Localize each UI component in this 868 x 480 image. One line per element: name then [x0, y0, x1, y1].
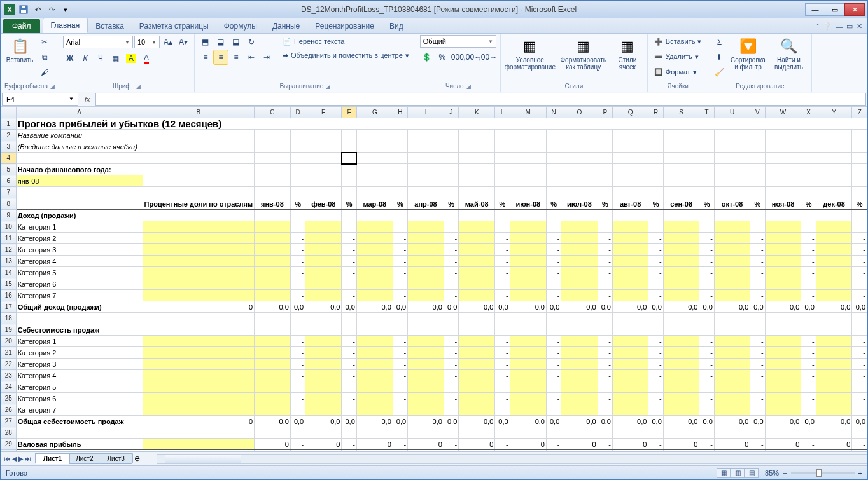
formula-input[interactable] — [95, 93, 866, 106]
increase-decimal-icon[interactable]: ,00← — [466, 50, 480, 64]
excel-icon[interactable]: X — [3, 3, 16, 16]
font-color-icon[interactable]: A — [139, 51, 153, 65]
row-header[interactable]: 23 — [1, 370, 17, 381]
row-header[interactable]: 24 — [1, 381, 17, 393]
help-icon[interactable]: ❔ — [823, 22, 832, 31]
sort-filter-button[interactable]: 🔽Сортировка и фильтр — [729, 35, 767, 72]
doc-close-icon[interactable]: ✕ — [857, 22, 862, 31]
select-all-corner[interactable] — [1, 107, 17, 118]
insert-cells-button[interactable]: ➕ Вставить ▾ — [652, 35, 704, 48]
align-top-icon[interactable]: ⬒ — [199, 35, 213, 49]
cut-icon[interactable]: ✂ — [38, 35, 52, 49]
grid[interactable]: ABCDEFGHIJKLMNOPQRSTUVWXYZ1Прогноз прибы… — [1, 106, 867, 451]
sheet-tab-1[interactable]: Лист1 — [35, 453, 70, 464]
row-header[interactable]: 6 — [1, 175, 17, 187]
col-header[interactable]: K — [459, 107, 495, 118]
number-format-combo[interactable]: Общий▼ — [420, 35, 496, 48]
row-header[interactable]: 4 — [1, 153, 17, 164]
row-header[interactable]: 26 — [1, 404, 17, 416]
file-tab[interactable]: Файл — [3, 19, 40, 33]
clear-icon[interactable]: 🧹 — [712, 65, 726, 79]
row-header[interactable]: 22 — [1, 359, 17, 370]
font-name-combo[interactable]: Arial▼ — [63, 36, 133, 48]
decrease-indent-icon[interactable]: ⇤ — [244, 50, 258, 64]
view-pagelayout-icon[interactable]: ▥ — [731, 468, 745, 478]
find-select-button[interactable]: 🔍Найти и выделить — [769, 35, 808, 72]
save-icon[interactable] — [17, 3, 30, 16]
col-header[interactable]: L — [495, 107, 510, 118]
col-header[interactable]: Z — [852, 107, 867, 118]
tab-nav-prev-icon[interactable]: ◀ — [12, 455, 17, 462]
name-box[interactable]: F4▼ — [2, 93, 78, 106]
row-header[interactable]: 13 — [1, 256, 17, 267]
doc-restore-icon[interactable]: ▭ — [846, 22, 853, 31]
row-header[interactable]: 7 — [1, 187, 17, 198]
tab-review[interactable]: Рецензирование — [307, 19, 382, 33]
tab-home[interactable]: Главная — [43, 18, 88, 33]
paste-button[interactable]: 📋 Вставить — [4, 35, 35, 65]
tab-nav-first-icon[interactable]: ⏮ — [4, 455, 11, 462]
col-header[interactable]: E — [305, 107, 342, 118]
tab-formulas[interactable]: Формулы — [216, 19, 265, 33]
fx-icon[interactable]: fx — [80, 95, 95, 103]
col-header[interactable]: T — [699, 107, 714, 118]
percent-format-icon[interactable]: % — [435, 50, 449, 64]
increase-font-icon[interactable]: A▴ — [161, 35, 175, 49]
increase-indent-icon[interactable]: ⇥ — [260, 50, 274, 64]
align-bottom-icon[interactable]: ⬓ — [229, 35, 243, 49]
align-center-icon[interactable]: ≡ — [214, 50, 228, 64]
redo-icon[interactable]: ↷ — [45, 3, 58, 16]
row-header[interactable]: 20 — [1, 336, 17, 347]
col-header[interactable]: D — [290, 107, 305, 118]
col-header[interactable]: N — [546, 107, 561, 118]
tab-nav-last-icon[interactable]: ⏭ — [25, 455, 31, 462]
col-header[interactable]: H — [393, 107, 407, 118]
accounting-format-icon[interactable]: 💲 — [420, 50, 434, 64]
col-header[interactable]: O — [561, 107, 598, 118]
bold-button[interactable]: Ж — [63, 51, 77, 65]
col-header[interactable]: B — [143, 107, 254, 118]
row-header[interactable]: 2 — [1, 130, 17, 141]
row-header[interactable]: 10 — [1, 221, 17, 233]
tab-pagelayout[interactable]: Разметка страницы — [132, 19, 216, 33]
view-pagebreak-icon[interactable]: ▤ — [745, 468, 759, 478]
underline-button[interactable]: Ч — [94, 51, 108, 65]
minimize-button[interactable]: — — [805, 3, 825, 16]
conditional-format-button[interactable]: ▦Условное форматирование — [505, 35, 556, 72]
col-header[interactable]: P — [598, 107, 612, 118]
comma-format-icon[interactable]: 000 — [451, 50, 465, 64]
qat-dropdown-icon[interactable]: ▾ — [59, 3, 72, 16]
tab-view[interactable]: Вид — [382, 19, 411, 33]
horizontal-scrollbar[interactable] — [157, 454, 867, 464]
merge-center-button[interactable]: ⬌ Объединить и поместить в центре ▾ — [280, 49, 412, 62]
col-header[interactable]: I — [408, 107, 444, 118]
col-header[interactable]: S — [663, 107, 699, 118]
row-header[interactable]: 30 — [1, 450, 17, 452]
zoom-slider[interactable] — [791, 472, 855, 474]
row-header[interactable]: 29 — [1, 439, 17, 450]
row-header[interactable]: 11 — [1, 233, 17, 244]
sheet-tab-3[interactable]: Лист3 — [99, 453, 132, 464]
row-header[interactable]: 12 — [1, 244, 17, 256]
format-cells-button[interactable]: 🔲 Формат ▾ — [652, 65, 699, 78]
doc-minimize-icon[interactable]: — — [836, 23, 843, 31]
ribbon-minimize-icon[interactable]: ˇ — [816, 23, 819, 31]
row-header[interactable]: 3 — [1, 141, 17, 153]
zoom-in-icon[interactable]: + — [858, 469, 862, 477]
decrease-decimal-icon[interactable]: ,00→ — [481, 50, 495, 64]
col-header[interactable]: J — [444, 107, 458, 118]
row-header[interactable]: 5 — [1, 164, 17, 175]
row-header[interactable]: 21 — [1, 347, 17, 359]
row-header[interactable]: 28 — [1, 427, 17, 439]
align-right-icon[interactable]: ≡ — [229, 50, 243, 64]
row-header[interactable]: 9 — [1, 210, 17, 221]
format-table-button[interactable]: ▦Форматировать как таблицу — [558, 35, 609, 72]
orientation-icon[interactable]: ↻ — [244, 35, 258, 49]
undo-icon[interactable]: ↶ — [31, 3, 44, 16]
tab-data[interactable]: Данные — [265, 19, 307, 33]
maximize-button[interactable]: ▭ — [825, 3, 845, 16]
col-header[interactable]: V — [750, 107, 765, 118]
fill-icon[interactable]: ⬇ — [712, 50, 726, 64]
row-header[interactable]: 16 — [1, 290, 17, 301]
border-icon[interactable]: ▦ — [109, 51, 123, 65]
